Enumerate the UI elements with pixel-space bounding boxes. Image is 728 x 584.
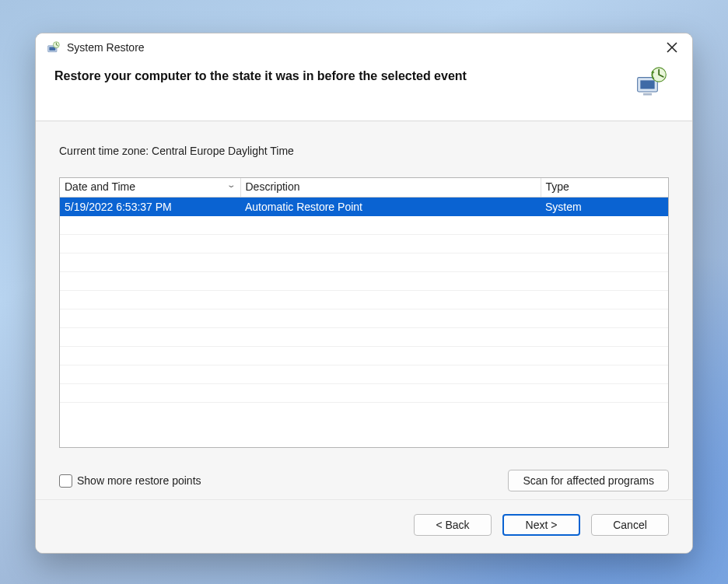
page-title: Restore your computer to the state it wa… — [54, 66, 467, 83]
system-restore-large-icon — [635, 66, 669, 97]
cell-description: Automatic Restore Point — [240, 198, 541, 216]
table-row-empty — [60, 347, 668, 365]
checkbox-box — [59, 474, 72, 488]
cell-type: System — [541, 198, 668, 216]
timezone-label: Current time zone: Central Europe Daylig… — [59, 145, 669, 157]
show-more-restore-points-checkbox[interactable]: Show more restore points — [59, 474, 201, 488]
close-icon — [667, 42, 677, 53]
table-row-empty — [60, 328, 668, 347]
column-type-header[interactable]: Type — [541, 178, 668, 198]
table-row-empty — [60, 216, 668, 235]
table-row-empty — [60, 309, 668, 328]
table-row-empty — [60, 254, 668, 272]
system-restore-dialog: System Restore Restore your computer to … — [35, 33, 693, 554]
wizard-body: Current time zone: Central Europe Daylig… — [36, 121, 692, 499]
svg-rect-4 — [640, 80, 654, 89]
table-row-empty — [60, 291, 668, 309]
cancel-button[interactable]: Cancel — [591, 514, 669, 536]
restore-points-table[interactable]: Date and Time ⌄ Description Type 5/19/20… — [59, 177, 669, 448]
next-button[interactable]: Next > — [502, 514, 580, 536]
table-row-empty — [60, 384, 668, 403]
wizard-header: Restore your computer to the state it wa… — [36, 61, 692, 121]
wizard-footer: < Back Next > Cancel — [36, 499, 692, 553]
column-date-label: Date and Time — [65, 180, 135, 193]
table-row-empty — [60, 235, 668, 254]
system-restore-icon — [47, 40, 61, 54]
sort-indicator-icon: ⌄ — [226, 180, 236, 189]
table-row[interactable]: 5/19/2022 6:53:37 PMAutomatic Restore Po… — [60, 198, 668, 216]
close-button[interactable] — [661, 37, 683, 58]
table-row-empty — [60, 272, 668, 291]
svg-rect-5 — [643, 93, 652, 96]
cell-date: 5/19/2022 6:53:37 PM — [60, 198, 240, 216]
table-row-empty — [60, 365, 668, 384]
scan-affected-programs-button[interactable]: Scan for affected programs — [508, 470, 669, 491]
table-header-row: Date and Time ⌄ Description Type — [60, 178, 668, 198]
back-button[interactable]: < Back — [414, 514, 492, 536]
column-date-header[interactable]: Date and Time ⌄ — [60, 178, 240, 198]
show-more-label: Show more restore points — [77, 474, 201, 487]
column-type-label: Type — [546, 180, 569, 193]
titlebar: System Restore — [36, 33, 692, 61]
column-description-header[interactable]: Description — [240, 178, 541, 198]
column-description-label: Description — [246, 180, 300, 193]
window-title: System Restore — [67, 41, 145, 54]
